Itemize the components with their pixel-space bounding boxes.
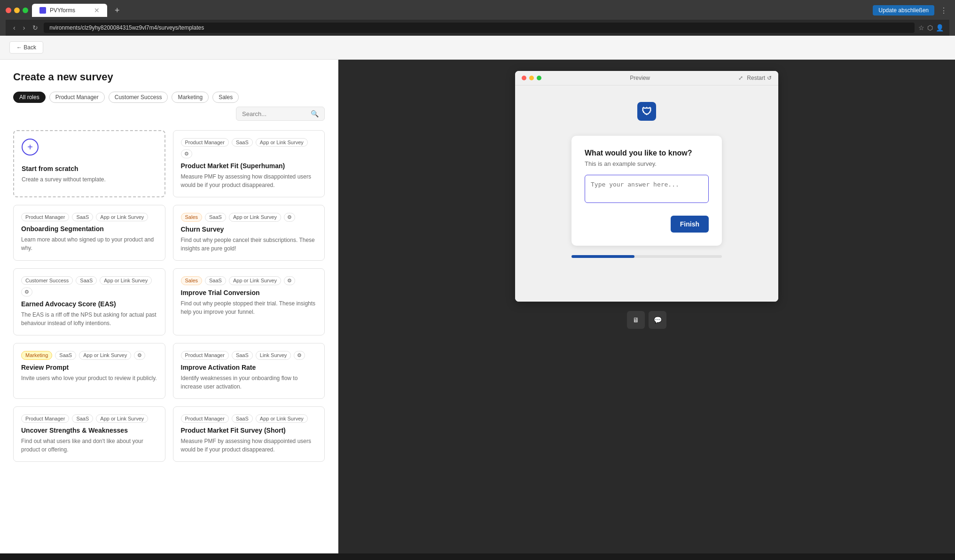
template-desc: Measure PMF by assessing how disappointe… [181, 437, 317, 454]
tag-app-link: App or Link Survey [96, 414, 148, 423]
filter-sales[interactable]: Sales [212, 92, 239, 103]
tag-product-manager: Product Manager [21, 414, 69, 423]
tag-row: Marketing SaaS App or Link Survey ⚙ [21, 351, 157, 360]
close-traffic-light[interactable] [6, 8, 11, 13]
tag-saas: SaaS [205, 276, 226, 285]
template-desc: Find out what users like and don't like … [21, 437, 157, 454]
template-card[interactable]: Sales SaaS App or Link Survey ⚙ Churn Su… [173, 205, 325, 261]
tag-product-manager: Product Manager [181, 351, 229, 360]
preview-bottom-actions: 🖥 💬 [627, 311, 666, 329]
profile-icon[interactable]: 👤 [936, 24, 944, 31]
tag-icon: ⚙ [134, 351, 145, 360]
template-title: Improve Activation Rate [181, 364, 317, 371]
tab-close-icon[interactable]: ✕ [94, 7, 100, 14]
template-title: Churn Survey [181, 226, 317, 233]
tag-app-link: App or Link Survey [256, 138, 308, 147]
update-button[interactable]: Update abschließen [873, 5, 934, 16]
scratch-card-title: Start from scratch [22, 165, 78, 172]
traffic-lights [6, 8, 28, 13]
preview-answer-input[interactable] [585, 175, 709, 203]
tag-saas: SaaS [232, 414, 253, 423]
tag-row: Product Manager SaaS App or Link Survey … [181, 138, 317, 158]
tag-icon: ⚙ [284, 276, 295, 285]
main-content: ← Back Create a new survey All roles Pro… [0, 36, 955, 553]
tag-icon: ⚙ [181, 149, 192, 158]
templates-grid: + Start from scratch Create a survey wit… [13, 130, 325, 462]
restart-button[interactable]: Restart ↺ [747, 75, 772, 81]
search-input[interactable] [242, 110, 308, 117]
template-card[interactable]: Product Manager SaaS Link Survey ⚙ Impro… [173, 343, 325, 399]
preview-min-light[interactable] [529, 76, 534, 80]
tag-saas: SaaS [205, 213, 226, 222]
fullscreen-icon[interactable]: ⤢ [738, 75, 743, 81]
template-title: Product Market Fit (Superhuman) [181, 162, 317, 170]
tag-app-link: App or Link Survey [229, 276, 281, 285]
forward-nav-button[interactable]: › [21, 23, 27, 32]
desktop-view-button[interactable]: 🖥 [627, 311, 645, 329]
page-title: Create a new survey [13, 71, 325, 83]
tag-icon: ⚙ [21, 288, 32, 296]
tag-app-link: App or Link Survey [100, 276, 152, 285]
template-title: Onboarding Segmentation [21, 225, 157, 233]
finish-button[interactable]: Finish [671, 216, 709, 233]
browser-tab[interactable]: PVYforms ✕ [32, 4, 107, 17]
tag-icon: ⚙ [294, 351, 305, 360]
reload-nav-button[interactable]: ↻ [31, 23, 40, 32]
preview-max-light[interactable] [537, 76, 541, 80]
tag-saas: SaaS [232, 351, 253, 360]
preview-titlebar: Preview ⤢ Restart ↺ [515, 71, 778, 86]
template-title: Earned Advocacy Score (EAS) [21, 300, 157, 308]
template-card[interactable]: Sales SaaS App or Link Survey ⚙ Improve … [173, 268, 325, 335]
template-card[interactable]: Customer Success SaaS App or Link Survey… [13, 268, 165, 335]
mobile-view-button[interactable]: 💬 [649, 311, 666, 329]
preview-actions: ⤢ Restart ↺ [738, 75, 772, 81]
back-bar: ← Back [0, 36, 955, 60]
filter-customer-success[interactable]: Customer Success [109, 92, 168, 103]
page-body: Create a new survey All roles Product Ma… [0, 60, 955, 553]
filter-marketing[interactable]: Marketing [172, 92, 209, 103]
template-desc: Identify weaknesses in your onboarding f… [181, 374, 317, 391]
tag-saas: SaaS [76, 276, 97, 285]
tag-app-link: App or Link Survey [229, 213, 281, 222]
tab-title: PVYforms [50, 7, 75, 14]
browser-menu-icon[interactable]: ⋮ [938, 6, 949, 15]
address-bar-input[interactable] [44, 23, 915, 33]
browser-titlebar: PVYforms ✕ + Update abschließen ⋮ [6, 4, 949, 17]
start-from-scratch-card[interactable]: + Start from scratch Create a survey wit… [13, 130, 165, 197]
preview-close-light[interactable] [522, 76, 526, 80]
template-card[interactable]: Product Manager SaaS App or Link Survey … [173, 130, 325, 197]
extensions-icon[interactable]: ⬡ [927, 24, 933, 31]
bookmark-icon[interactable]: ☆ [918, 24, 924, 31]
progress-bar-background [571, 255, 722, 258]
filter-product-manager[interactable]: Product Manager [49, 92, 105, 103]
template-title: Product Market Fit Survey (Short) [181, 427, 317, 434]
tag-row: Product Manager SaaS Link Survey ⚙ [181, 351, 317, 360]
template-title: Improve Trial Conversion [181, 289, 317, 296]
template-desc: Invite users who love your product to re… [21, 374, 157, 382]
template-card[interactable]: Marketing SaaS App or Link Survey ⚙ Revi… [13, 343, 165, 399]
template-title: Uncover Strengths & Weaknesses [21, 427, 157, 434]
tag-saas: SaaS [232, 138, 253, 147]
maximize-traffic-light[interactable] [23, 8, 28, 13]
desktop-icon: 🖥 [633, 316, 639, 324]
template-desc: Measure PMF by assessing how disappointe… [181, 172, 317, 189]
minimize-traffic-light[interactable] [14, 8, 20, 13]
preview-traffic-lights [522, 76, 541, 80]
left-panel: Create a new survey All roles Product Ma… [0, 60, 338, 553]
tag-row: Sales SaaS App or Link Survey ⚙ [181, 276, 317, 285]
template-card[interactable]: Product Manager SaaS App or Link Survey … [13, 205, 165, 261]
back-nav-button[interactable]: ‹ [11, 23, 17, 32]
template-card[interactable]: Product Manager SaaS App or Link Survey … [13, 406, 165, 462]
new-tab-button[interactable]: + [111, 6, 124, 16]
template-card[interactable]: Product Manager SaaS App or Link Survey … [173, 406, 325, 462]
tag-link-survey: Link Survey [256, 351, 291, 360]
preview-progress [571, 255, 722, 258]
template-desc: Find out why people cancel their subscri… [181, 236, 317, 253]
tag-sales: Sales [181, 213, 203, 222]
back-button[interactable]: ← Back [9, 41, 43, 54]
tag-sales: Sales [181, 276, 203, 285]
filter-all-roles[interactable]: All roles [13, 92, 46, 103]
add-icon: + [22, 139, 39, 156]
tag-product-manager: Product Manager [21, 213, 69, 221]
preview-subtext: This is an example survey. [585, 160, 709, 167]
